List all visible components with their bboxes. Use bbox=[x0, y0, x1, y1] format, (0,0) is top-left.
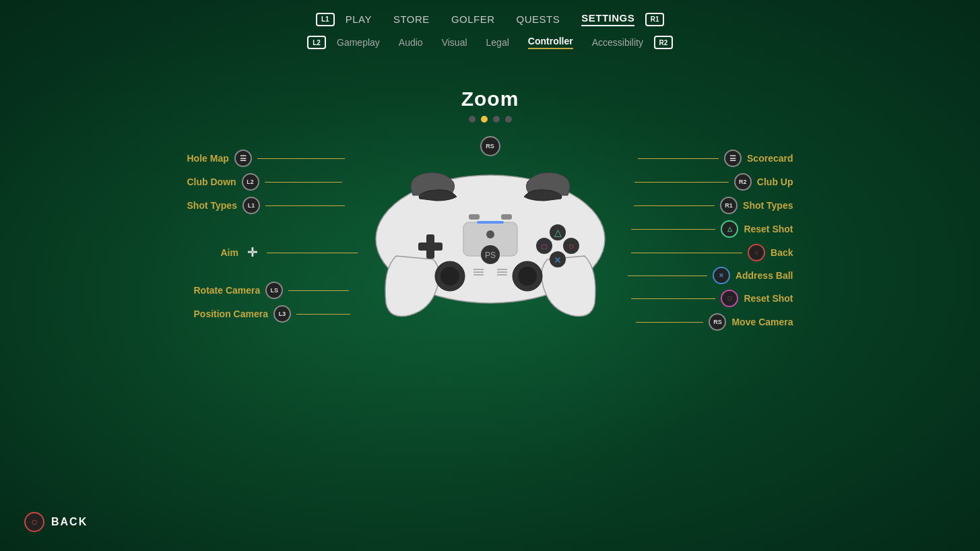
aim-text: Aim bbox=[221, 247, 238, 258]
r1-button[interactable]: R1 bbox=[645, 13, 664, 26]
sub-nav-items: Gameplay Audio Visual Legal Controller A… bbox=[337, 36, 643, 49]
nav-golfer[interactable]: GOLFER bbox=[451, 13, 495, 25]
svg-rect-5 bbox=[418, 242, 443, 251]
label-club-up: Club Up R2 bbox=[634, 173, 793, 191]
label-reset-shot-square: Reset Shot □ bbox=[631, 290, 793, 307]
svg-text:□: □ bbox=[542, 242, 546, 251]
dot-4 bbox=[505, 116, 512, 123]
l2-button[interactable]: L2 bbox=[307, 36, 326, 49]
back-circle-btn-icon: ○ bbox=[24, 512, 44, 532]
reset-shot-triangle-text: Reset Shot bbox=[744, 224, 793, 234]
move-camera-line bbox=[636, 322, 703, 323]
back-circle-text: Back bbox=[771, 247, 793, 258]
label-hole-map: Hole Map ☰ bbox=[187, 150, 345, 167]
r2-button[interactable]: R2 bbox=[654, 36, 673, 49]
rotate-camera-text: Rotate Camera bbox=[194, 285, 261, 296]
label-reset-shot-triangle: Reset Shot △ bbox=[631, 220, 793, 238]
club-up-line bbox=[634, 182, 729, 183]
back-button-label: BACK bbox=[51, 516, 88, 528]
rs-icon: RS bbox=[480, 136, 500, 156]
tab-legal[interactable]: Legal bbox=[486, 37, 509, 48]
svg-rect-2 bbox=[469, 214, 480, 220]
l1-button[interactable]: L1 bbox=[316, 13, 335, 26]
club-up-icon: R2 bbox=[734, 173, 752, 191]
club-down-text: Club Down bbox=[187, 176, 236, 187]
move-camera-text: Move Camera bbox=[731, 317, 793, 327]
svg-text:PS: PS bbox=[484, 251, 495, 260]
aim-line bbox=[267, 253, 358, 253]
hole-map-line bbox=[257, 158, 345, 159]
svg-rect-27 bbox=[477, 221, 504, 224]
svg-point-9 bbox=[518, 267, 537, 286]
nav-settings[interactable]: SETTINGS bbox=[581, 12, 634, 26]
shot-types-right-line bbox=[634, 205, 715, 206]
nav-play[interactable]: PLAY bbox=[346, 13, 372, 25]
page-dots bbox=[469, 116, 512, 123]
back-button[interactable]: ○ BACK bbox=[24, 512, 88, 532]
circle-icon: ○ bbox=[748, 244, 765, 261]
shot-types-left-icon: L1 bbox=[242, 197, 260, 214]
rotate-camera-icon: LS bbox=[265, 282, 283, 299]
cross-icon: ✕ bbox=[713, 267, 730, 284]
svg-text:○: ○ bbox=[568, 240, 573, 251]
position-camera-icon: L3 bbox=[273, 305, 291, 323]
rs-badge: RS bbox=[480, 136, 500, 156]
reset-shot-square-text: Reset Shot bbox=[744, 293, 793, 304]
reset-shot-square-line bbox=[631, 298, 715, 299]
back-circle-line bbox=[631, 253, 742, 253]
hole-map-icon: ☰ bbox=[234, 150, 252, 167]
dot-3 bbox=[493, 116, 500, 123]
tab-audio[interactable]: Audio bbox=[399, 37, 423, 48]
controller-layout: RS bbox=[187, 135, 793, 344]
scorecard-text: Scorecard bbox=[747, 153, 793, 164]
label-shot-types-right: Shot Types R1 bbox=[634, 197, 793, 214]
shot-types-left-text: Shot Types bbox=[187, 200, 237, 211]
svg-point-7 bbox=[440, 267, 459, 286]
club-down-line bbox=[265, 182, 342, 183]
tab-gameplay[interactable]: Gameplay bbox=[337, 37, 380, 48]
hole-map-text: Hole Map bbox=[187, 153, 229, 164]
svg-text:△: △ bbox=[554, 227, 561, 238]
top-navigation: L1 PLAY STORE GOLFER QUESTS SETTINGS R1 bbox=[0, 0, 980, 26]
label-back-circle: Back ○ bbox=[631, 244, 793, 261]
move-camera-icon: RS bbox=[709, 313, 726, 331]
address-ball-line bbox=[628, 276, 707, 276]
triangle-icon: △ bbox=[721, 220, 738, 238]
shot-types-left-line bbox=[265, 205, 345, 206]
position-camera-text: Position Camera bbox=[194, 309, 268, 319]
main-content: Zoom RS bbox=[0, 88, 980, 551]
rotate-camera-line bbox=[288, 290, 349, 291]
label-club-down: Club Down L2 bbox=[187, 173, 342, 191]
reset-shot-triangle-line bbox=[631, 229, 715, 230]
svg-point-20 bbox=[486, 230, 494, 238]
club-up-text: Club Up bbox=[757, 176, 793, 187]
nav-quests[interactable]: QUESTS bbox=[517, 13, 560, 25]
aim-icon: ✛ bbox=[244, 244, 261, 261]
nav-store[interactable]: STORE bbox=[393, 13, 430, 25]
tab-controller[interactable]: Controller bbox=[528, 36, 573, 49]
svg-text:✕: ✕ bbox=[554, 255, 562, 265]
label-scorecard: Scorecard ☰ bbox=[638, 150, 793, 167]
sub-navigation: L2 Gameplay Audio Visual Legal Controlle… bbox=[0, 26, 980, 49]
scorecard-icon: ☰ bbox=[724, 150, 742, 167]
svg-rect-3 bbox=[501, 214, 512, 220]
club-down-icon: L2 bbox=[242, 173, 259, 191]
label-shot-types-left: Shot Types L1 bbox=[187, 197, 345, 214]
square-icon: □ bbox=[721, 290, 738, 307]
address-ball-text: Address Ball bbox=[736, 270, 793, 281]
scorecard-line bbox=[638, 158, 719, 159]
dot-2 bbox=[481, 116, 488, 123]
label-aim: Aim ✛ bbox=[221, 244, 358, 261]
position-camera-line bbox=[296, 314, 350, 315]
label-move-camera: Move Camera RS bbox=[636, 313, 793, 331]
page-title: Zoom bbox=[461, 88, 519, 110]
tab-visual[interactable]: Visual bbox=[442, 37, 467, 48]
controller-image: △ ○ ✕ □ PS bbox=[349, 135, 632, 323]
label-position-camera: Position Camera L3 bbox=[194, 305, 350, 323]
shot-types-right-icon: R1 bbox=[720, 197, 738, 214]
shot-types-right-text: Shot Types bbox=[743, 200, 793, 211]
label-rotate-camera: Rotate Camera LS bbox=[194, 282, 350, 299]
tab-accessibility[interactable]: Accessibility bbox=[592, 37, 643, 48]
top-nav-items: PLAY STORE GOLFER QUESTS SETTINGS bbox=[346, 12, 635, 26]
dot-1 bbox=[469, 116, 476, 123]
